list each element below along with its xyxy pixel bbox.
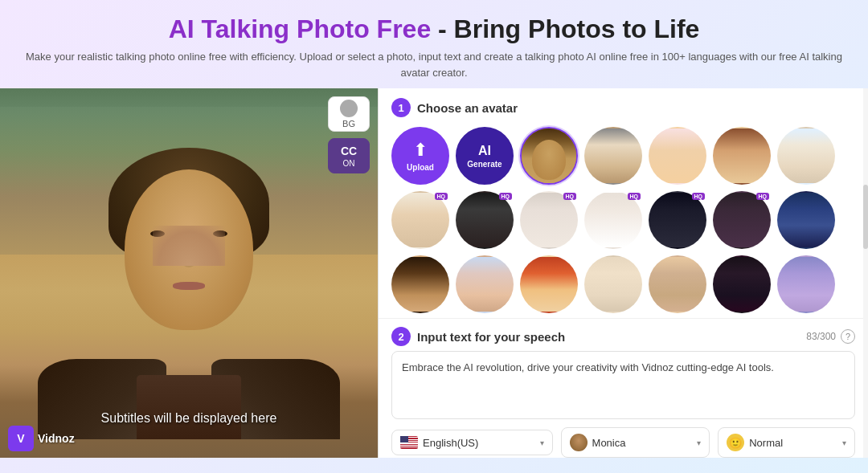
bottom-controls: English(US) ▾ Monica ▾ 🙂 Normal ▾ bbox=[379, 419, 868, 458]
voice-avatar-icon bbox=[570, 434, 588, 451]
cc-button[interactable]: CC ON bbox=[328, 138, 370, 173]
image-panel: BG CC ON Subtitles will be displayed her… bbox=[0, 88, 378, 458]
avatar-13[interactable] bbox=[391, 255, 449, 313]
style-dropdown[interactable]: 🙂 Normal ▾ bbox=[718, 427, 855, 458]
avatar-3[interactable] bbox=[649, 127, 706, 185]
avatar-18[interactable] bbox=[713, 255, 771, 313]
avatar-4[interactable] bbox=[713, 127, 771, 185]
style-value: Normal bbox=[749, 437, 837, 449]
avatar-row-3 bbox=[379, 252, 868, 316]
hq-badge-10: HQ bbox=[692, 193, 706, 200]
language-value: English(US) bbox=[423, 437, 535, 449]
panel-scrollbar[interactable] bbox=[863, 88, 868, 458]
subtitle: Make your realistic talking photo online… bbox=[16, 49, 852, 80]
panel-scroll-thumb bbox=[863, 185, 868, 249]
voice-dropdown[interactable]: Monica ▾ bbox=[561, 427, 710, 458]
header: AI Talking Photo Free - Bring Photos to … bbox=[0, 0, 868, 88]
subtitle-bar: Subtitles will be displayed here bbox=[0, 411, 378, 426]
right-panel: 1 Choose an avatar ⬆ Upload AI Genera bbox=[378, 88, 868, 458]
hq-badge-9: HQ bbox=[628, 193, 641, 200]
avatar-14[interactable] bbox=[456, 255, 514, 313]
subtitle-text: Subtitles will be displayed here bbox=[101, 411, 277, 425]
style-smiley-icon: 🙂 bbox=[727, 434, 744, 451]
input-section: 2 Input text for your speech 83/300 ? Em… bbox=[379, 318, 868, 419]
generate-avatar[interactable]: AI Generate bbox=[456, 127, 514, 185]
avatar-8[interactable]: HQ bbox=[520, 191, 578, 249]
title-highlight: AI Talking Photo Free bbox=[169, 14, 432, 43]
section1-header: 1 Choose an avatar bbox=[379, 88, 868, 124]
generate-label: Generate bbox=[467, 160, 502, 169]
avatar-12[interactable] bbox=[777, 191, 835, 249]
logo-icon: V bbox=[8, 426, 34, 451]
avatar-row-1: ⬆ Upload AI Generate bbox=[379, 124, 868, 188]
avatar-15[interactable] bbox=[520, 255, 578, 313]
main-content: BG CC ON Subtitles will be displayed her… bbox=[0, 88, 868, 458]
voice-value: Monica bbox=[592, 437, 693, 449]
language-chevron-icon: ▾ bbox=[540, 438, 544, 447]
cc-on-label: ON bbox=[343, 159, 355, 168]
char-count: 83/300 bbox=[806, 331, 836, 342]
avatar-10[interactable]: HQ bbox=[649, 191, 706, 249]
avatar-17[interactable] bbox=[649, 255, 706, 313]
avatar-6[interactable]: HQ bbox=[391, 191, 449, 249]
avatar-1[interactable] bbox=[520, 127, 578, 185]
avatar-7[interactable]: HQ bbox=[456, 191, 514, 249]
step1-badge: 1 bbox=[391, 98, 411, 117]
help-icon[interactable]: ? bbox=[841, 329, 855, 344]
voice-chevron-icon: ▾ bbox=[697, 438, 701, 447]
avatar-19[interactable] bbox=[777, 255, 835, 313]
avatar-11[interactable]: HQ bbox=[713, 191, 771, 249]
section1-title: Choose an avatar bbox=[417, 101, 518, 115]
upload-avatar[interactable]: ⬆ Upload bbox=[391, 127, 449, 185]
title-rest: - Bring Photos to Life bbox=[431, 14, 699, 43]
overlay-controls: BG CC ON bbox=[328, 96, 370, 173]
upload-label: Upload bbox=[407, 163, 434, 172]
logo: V Vidnoz bbox=[8, 426, 75, 451]
style-chevron-icon: ▾ bbox=[842, 438, 846, 447]
avatar-5[interactable] bbox=[777, 127, 835, 185]
bg-button[interactable]: BG bbox=[328, 96, 370, 132]
hq-badge-11: HQ bbox=[756, 193, 770, 200]
avatar-9[interactable]: HQ bbox=[584, 191, 642, 249]
painting bbox=[0, 88, 378, 458]
input-header-left: 2 Input text for your speech bbox=[391, 327, 565, 346]
avatar-row-2: HQ HQ HQ HQ bbox=[379, 188, 868, 252]
hq-badge-8: HQ bbox=[563, 193, 577, 200]
hq-badge-6: HQ bbox=[435, 193, 448, 200]
input-header: 2 Input text for your speech 83/300 ? bbox=[379, 319, 868, 351]
bg-label: BG bbox=[342, 119, 355, 128]
language-dropdown[interactable]: English(US) ▾ bbox=[391, 430, 553, 455]
avatar-2[interactable] bbox=[584, 127, 642, 185]
step2-badge: 2 bbox=[391, 327, 411, 346]
hq-badge-7: HQ bbox=[499, 193, 513, 200]
avatar-16[interactable] bbox=[584, 255, 642, 313]
us-flag-icon bbox=[400, 436, 418, 449]
section2-title: Input text for your speech bbox=[417, 330, 565, 344]
speech-text-input[interactable]: Embrace the AI revolution, drive your cr… bbox=[391, 351, 855, 419]
speech-text-value: Embrace the AI revolution, drive your cr… bbox=[402, 361, 774, 373]
logo-text: Vidnoz bbox=[38, 432, 75, 445]
